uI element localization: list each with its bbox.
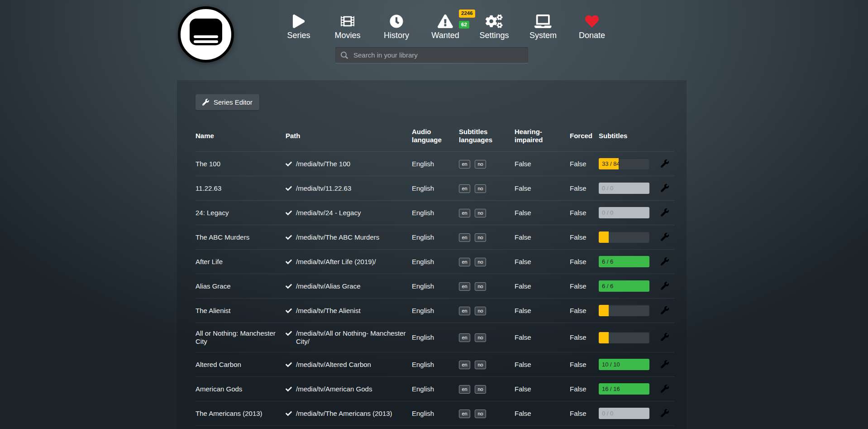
- column-actions: [656, 128, 674, 152]
- subtitles-cell: 0 / 0: [599, 401, 656, 426]
- nav-item-system[interactable]: System: [519, 14, 568, 40]
- series-editor-button[interactable]: Series Editor: [196, 94, 259, 110]
- forced-value: False: [570, 323, 599, 352]
- table-row: After Life/media/tv/After Life (2019)/En…: [196, 250, 674, 274]
- audio-language: English: [412, 152, 459, 176]
- hearing-impaired-value: False: [515, 352, 570, 377]
- edit-series-button[interactable]: [660, 359, 670, 369]
- edit-series-button[interactable]: [660, 384, 670, 394]
- nav-label-system: System: [529, 31, 557, 40]
- column-path: Path: [286, 128, 412, 152]
- nav-item-donate[interactable]: Donate: [568, 14, 616, 40]
- edit-series-button[interactable]: [660, 207, 670, 217]
- series-name: The Alienist: [196, 299, 286, 323]
- subtitles-count: 33 / 84: [602, 160, 620, 168]
- wrench-icon: [661, 159, 669, 168]
- language-badge: no: [475, 258, 486, 266]
- nav-item-wanted[interactable]: 2246 62 Wanted: [421, 14, 470, 40]
- check-icon: [286, 386, 292, 392]
- series-name: Altered Carbon: [196, 352, 286, 377]
- hearing-impaired-value: False: [515, 401, 570, 426]
- nav-item-series[interactable]: Series: [274, 14, 323, 40]
- subtitles-progress-bar: [599, 332, 649, 343]
- actions-cell: [656, 352, 674, 377]
- series-path: /media/tv/The 100: [286, 152, 412, 176]
- edit-series-button[interactable]: [660, 408, 670, 418]
- actions-cell: [656, 401, 674, 426]
- subtitles-languages: enno: [459, 274, 515, 299]
- edit-series-button[interactable]: [660, 281, 670, 291]
- series-name: The Americans (2013): [196, 401, 286, 426]
- forced-value: False: [570, 152, 599, 176]
- audio-language: English: [412, 250, 459, 274]
- path-text: /media/tv/All or Nothing- Manchester Cit…: [296, 329, 407, 346]
- column-forced: Forced: [570, 128, 599, 152]
- edit-series-button[interactable]: [660, 159, 670, 169]
- hearing-impaired-value: False: [515, 426, 570, 429]
- audio-language: English: [412, 274, 459, 299]
- subtitles-cell: [599, 225, 656, 250]
- edit-series-button[interactable]: [660, 256, 670, 266]
- subtitles-languages: enno: [459, 377, 515, 401]
- film-icon: [341, 14, 354, 29]
- nav-item-movies[interactable]: Movies: [323, 14, 372, 40]
- subtitles-cell: 6 / 6: [599, 274, 656, 299]
- forced-value: False: [570, 401, 599, 426]
- language-badge: en: [459, 307, 470, 315]
- language-badge: en: [459, 184, 470, 193]
- edit-series-button[interactable]: [660, 305, 670, 315]
- table-row: The 100/media/tv/The 100EnglishennoFalse…: [196, 152, 674, 176]
- series-path: /media/tv/American Gods: [286, 377, 412, 401]
- subtitles-progress-bar: 0 / 0: [599, 408, 649, 419]
- nav-item-history[interactable]: History: [372, 14, 421, 40]
- subtitles-cell: 10 / 10: [599, 426, 656, 429]
- column-audio-language: Audio language: [412, 128, 459, 152]
- series-path: /media/tv/The ABC Murders: [286, 225, 412, 250]
- check-icon: [286, 362, 292, 368]
- nav-label-history: Movies: [334, 31, 360, 40]
- series-editor-label: Series Editor: [214, 98, 253, 106]
- language-badge: no: [475, 184, 486, 193]
- hearing-impaired-value: False: [515, 176, 570, 201]
- series-name: The 100: [196, 152, 286, 176]
- bazarr-logo[interactable]: [177, 5, 235, 63]
- hearing-impaired-value: False: [515, 323, 570, 352]
- edit-series-button[interactable]: [660, 332, 670, 342]
- language-badge: en: [459, 361, 470, 369]
- language-badge: no: [475, 209, 486, 217]
- audio-language: English: [412, 377, 459, 401]
- edit-series-button[interactable]: [660, 183, 670, 193]
- series-path: /media/tv/24 - Legacy: [286, 201, 412, 225]
- series-path: /media/tv/11.22.63: [286, 176, 412, 201]
- table-row: 24: Legacy/media/tv/24 - LegacyEnglishen…: [196, 201, 674, 225]
- wrench-icon: [661, 233, 669, 241]
- language-badge: no: [475, 160, 486, 169]
- subtitles-progress-bar: 33 / 84: [599, 158, 649, 169]
- language-badge: en: [459, 333, 470, 342]
- series-path: /media/tv/Alias Grace: [286, 274, 412, 299]
- audio-language: English: [412, 299, 459, 323]
- edit-series-button[interactable]: [660, 232, 670, 242]
- nav-item-settings[interactable]: Settings: [470, 14, 519, 40]
- subtitles-count: 6 / 6: [602, 283, 613, 290]
- language-badge: en: [459, 258, 470, 266]
- actions-cell: [656, 274, 674, 299]
- subtitles-progress-bar: 6 / 6: [599, 280, 649, 292]
- language-badge: no: [475, 307, 486, 315]
- language-badge: no: [475, 385, 486, 394]
- audio-language: English: [412, 323, 459, 352]
- hearing-impaired-value: False: [515, 152, 570, 176]
- search-input[interactable]: [353, 51, 523, 59]
- path-text: /media/tv/The ABC Murders: [296, 233, 379, 241]
- actions-cell: [656, 225, 674, 250]
- series-name: All or Nothing: Manchester City: [196, 323, 286, 352]
- check-icon: [286, 330, 292, 337]
- subtitles-progress-bar: 16 / 16: [599, 383, 649, 395]
- forced-value: False: [570, 377, 599, 401]
- subtitles-languages: enno: [459, 352, 515, 377]
- language-badge: en: [459, 233, 470, 242]
- actions-cell: [656, 323, 674, 352]
- subtitles-languages: enno: [459, 152, 515, 176]
- subtitles-count: 0 / 0: [602, 185, 613, 192]
- subtitles-progress-bar: [599, 305, 649, 316]
